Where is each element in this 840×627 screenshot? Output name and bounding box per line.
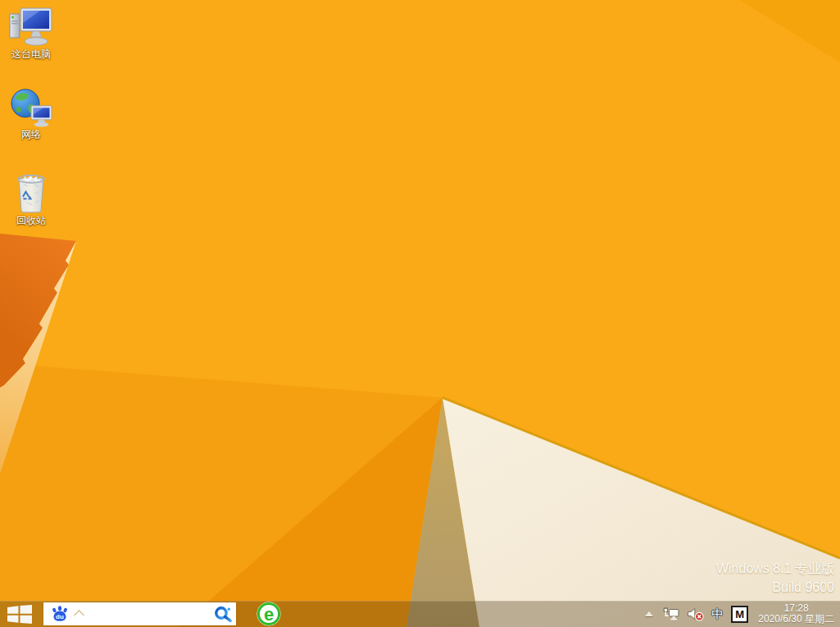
wallpaper-image bbox=[0, 0, 840, 627]
browser-e-icon: e bbox=[256, 601, 282, 627]
clock-date: 2020/6/30 星期二 bbox=[758, 614, 834, 625]
desktop-icon-this-pc[interactable]: 这台电脑 bbox=[1, 7, 61, 60]
windows-logo-icon bbox=[7, 605, 32, 624]
chevron-up-icon[interactable] bbox=[74, 610, 84, 620]
desktop-icon-recycle-bin[interactable]: 回收站 bbox=[1, 171, 61, 226]
windows-watermark: Windows 8.1 专业版 Build 9600 bbox=[716, 559, 834, 597]
network-status-icon[interactable] bbox=[663, 607, 679, 621]
ime-mode-badge[interactable]: M bbox=[731, 606, 748, 623]
browser-360-button[interactable]: e bbox=[252, 601, 285, 627]
tray-clock[interactable]: 17:28 2020/6/30 星期二 bbox=[758, 603, 834, 625]
volume-muted-icon[interactable] bbox=[687, 607, 704, 621]
desktop-surface[interactable]: 这台电脑 网络 bbox=[0, 0, 840, 627]
watermark-build: Build 9600 bbox=[716, 578, 834, 597]
ime-language-indicator[interactable]: 中 bbox=[711, 607, 724, 620]
this-pc-icon bbox=[7, 7, 55, 48]
baidu-search-box[interactable]: du bbox=[43, 602, 236, 625]
desktop-icon-network[interactable]: 网络 bbox=[1, 87, 61, 140]
recycle-bin-icon bbox=[13, 171, 49, 214]
system-tray: 中 M 17:28 2020/6/30 星期二 bbox=[645, 601, 840, 627]
desktop-icon-label: 网络 bbox=[1, 129, 61, 140]
svg-text:du: du bbox=[56, 613, 64, 620]
baidu-paw-icon: du bbox=[51, 605, 69, 623]
watermark-edition: Windows 8.1 专业版 bbox=[716, 559, 834, 578]
search-magnifier-icon[interactable] bbox=[213, 604, 233, 624]
desktop-icon-label: 回收站 bbox=[1, 216, 61, 226]
network-globe-icon bbox=[9, 87, 53, 128]
svg-text:e: e bbox=[264, 604, 274, 625]
search-input[interactable] bbox=[88, 603, 213, 625]
taskbar: du e bbox=[0, 601, 840, 627]
desktop-icon-label: 这台电脑 bbox=[1, 49, 61, 60]
start-button[interactable] bbox=[0, 601, 39, 627]
tray-expand-icon[interactable] bbox=[645, 611, 653, 616]
